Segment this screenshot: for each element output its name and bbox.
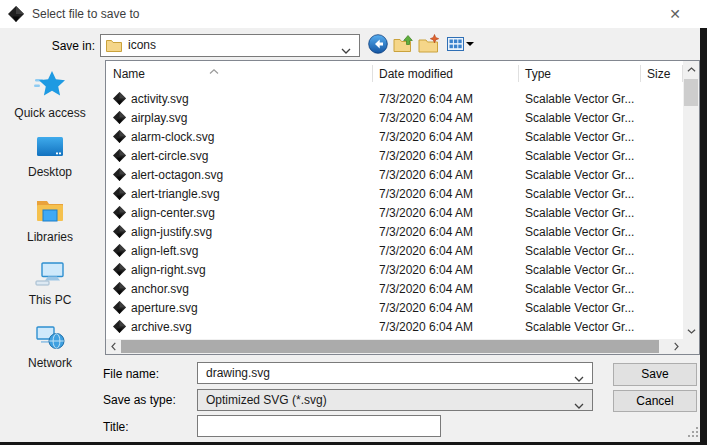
file-row[interactable]: activity.svg 7/3/2020 6:04 AM Scalable V…: [106, 89, 683, 108]
file-type: Scalable Vector Gr...: [518, 301, 640, 315]
network-icon: [35, 339, 65, 353]
file-date-modified: 7/3/2020 6:04 AM: [372, 301, 518, 315]
sidebar-item-label: Quick access: [0, 106, 100, 120]
file-date-modified: 7/3/2020 6:04 AM: [372, 263, 518, 277]
column-header-size[interactable]: Size: [640, 61, 683, 85]
inkscape-file-icon: [113, 225, 126, 238]
file-name-combobox[interactable]: drawing.svg: [197, 362, 593, 384]
file-type: Scalable Vector Gr...: [518, 282, 640, 296]
back-icon: [368, 34, 388, 57]
file-type: Scalable Vector Gr...: [518, 168, 640, 182]
file-name: activity.svg: [131, 92, 189, 106]
file-name: align-center.svg: [131, 206, 215, 220]
column-divider: [640, 65, 641, 82]
file-type: Scalable Vector Gr...: [518, 225, 640, 239]
file-row[interactable]: align-left.svg 7/3/2020 6:04 AM Scalable…: [106, 241, 683, 260]
save-as-type-combobox[interactable]: Optimized SVG (*.svg): [197, 389, 593, 411]
new-folder-button[interactable]: [418, 34, 440, 56]
scroll-right-icon[interactable]: [669, 339, 683, 354]
vertical-scrollbar-thumb[interactable]: [684, 79, 698, 106]
file-list: Name Date modified Type Size activity.sv…: [105, 60, 700, 355]
vertical-scrollbar[interactable]: [683, 61, 699, 339]
sidebar-item-network[interactable]: Network: [0, 324, 100, 370]
scroll-left-icon[interactable]: [106, 339, 120, 354]
save-as-type-label: Save as type:: [103, 393, 176, 407]
scroll-up-icon[interactable]: [683, 61, 699, 77]
file-row[interactable]: archive.svg 7/3/2020 6:04 AM Scalable Ve…: [106, 317, 683, 336]
file-date-modified: 7/3/2020 6:04 AM: [372, 244, 518, 258]
column-divider: [372, 65, 373, 82]
file-name: align-justify.svg: [131, 225, 212, 239]
horizontal-scrollbar-thumb[interactable]: [121, 340, 659, 353]
chevron-down-icon: [574, 371, 584, 385]
file-row[interactable]: alert-circle.svg 7/3/2020 6:04 AM Scalab…: [106, 146, 683, 165]
file-type: Scalable Vector Gr...: [518, 244, 640, 258]
sidebar-item-desktop[interactable]: Desktop: [0, 135, 100, 179]
file-type: Scalable Vector Gr...: [518, 149, 640, 163]
file-date-modified: 7/3/2020 6:04 AM: [372, 206, 518, 220]
inkscape-app-icon: [8, 6, 24, 22]
close-icon[interactable]: ✕: [658, 0, 692, 28]
file-name: align-left.svg: [131, 244, 198, 258]
file-row[interactable]: alert-octagon.svg 7/3/2020 6:04 AM Scala…: [106, 165, 683, 184]
view-menu-icon: [447, 36, 464, 55]
file-row[interactable]: alarm-clock.svg 7/3/2020 6:04 AM Scalabl…: [106, 127, 683, 146]
file-name: anchor.svg: [131, 282, 189, 296]
view-menu-button[interactable]: [444, 34, 466, 56]
inkscape-file-icon: [113, 244, 126, 257]
view-menu-dropdown-caret[interactable]: [466, 42, 474, 46]
file-row[interactable]: alert-triangle.svg 7/3/2020 6:04 AM Scal…: [106, 184, 683, 203]
save-in-label: Save in:: [0, 39, 95, 53]
file-date-modified: 7/3/2020 6:04 AM: [372, 225, 518, 239]
sidebar-item-quick-access[interactable]: Quick access: [0, 70, 100, 120]
horizontal-scrollbar[interactable]: [106, 339, 683, 354]
column-header-type[interactable]: Type: [518, 61, 640, 85]
save-button[interactable]: Save: [613, 363, 697, 386]
list-header: Name Date modified Type Size: [106, 61, 683, 85]
save-in-combobox[interactable]: icons: [100, 34, 360, 57]
file-row[interactable]: airplay.svg 7/3/2020 6:04 AM Scalable Ve…: [106, 108, 683, 127]
title-bar: Select file to save to: [0, 0, 707, 28]
resize-grip[interactable]: [688, 427, 699, 441]
file-row[interactable]: aperture.svg 7/3/2020 6:04 AM Scalable V…: [106, 298, 683, 317]
sidebar-item-label: Desktop: [0, 165, 100, 179]
file-date-modified: 7/3/2020 6:04 AM: [372, 320, 518, 334]
file-name: alarm-clock.svg: [131, 130, 214, 144]
file-row[interactable]: anchor.svg 7/3/2020 6:04 AM Scalable Vec…: [106, 279, 683, 298]
file-row[interactable]: align-center.svg 7/3/2020 6:04 AM Scalab…: [106, 203, 683, 222]
file-name: archive.svg: [131, 320, 192, 334]
column-divider: [518, 65, 519, 82]
column-header-name[interactable]: Name: [106, 61, 372, 85]
inkscape-file-icon: [113, 168, 126, 181]
inkscape-file-icon: [113, 320, 126, 333]
inkscape-file-icon: [113, 263, 126, 276]
file-row[interactable]: align-justify.svg 7/3/2020 6:04 AM Scala…: [106, 222, 683, 241]
inkscape-file-icon: [113, 111, 126, 124]
up-one-level-button[interactable]: [392, 34, 414, 56]
file-date-modified: 7/3/2020 6:04 AM: [372, 187, 518, 201]
cancel-button[interactable]: Cancel: [613, 390, 697, 412]
file-name-label: File name:: [103, 367, 159, 381]
back-button[interactable]: [367, 34, 389, 56]
sidebar-item-libraries[interactable]: Libraries: [0, 198, 100, 244]
inkscape-file-icon: [113, 130, 126, 143]
file-name: airplay.svg: [131, 111, 187, 125]
new-folder-icon: [418, 34, 440, 56]
title-input[interactable]: [197, 415, 441, 437]
save-in-value: icons: [128, 35, 156, 56]
up-one-level-icon: [393, 34, 414, 56]
quick-access-icon: [34, 89, 66, 103]
file-name-value: drawing.svg: [206, 363, 270, 383]
file-name: alert-octagon.svg: [131, 168, 223, 182]
column-header-date-modified[interactable]: Date modified: [372, 61, 518, 85]
scroll-down-icon[interactable]: [683, 323, 699, 339]
libraries-icon: [35, 213, 65, 227]
sidebar-item-this-pc[interactable]: This PC: [0, 261, 100, 307]
file-type: Scalable Vector Gr...: [518, 130, 640, 144]
file-rows: activity.svg 7/3/2020 6:04 AM Scalable V…: [106, 85, 683, 339]
this-pc-icon: [35, 276, 65, 290]
inkscape-file-icon: [113, 301, 126, 314]
sidebar-item-label: Network: [0, 356, 100, 370]
file-row[interactable]: align-right.svg 7/3/2020 6:04 AM Scalabl…: [106, 260, 683, 279]
file-date-modified: 7/3/2020 6:04 AM: [372, 149, 518, 163]
